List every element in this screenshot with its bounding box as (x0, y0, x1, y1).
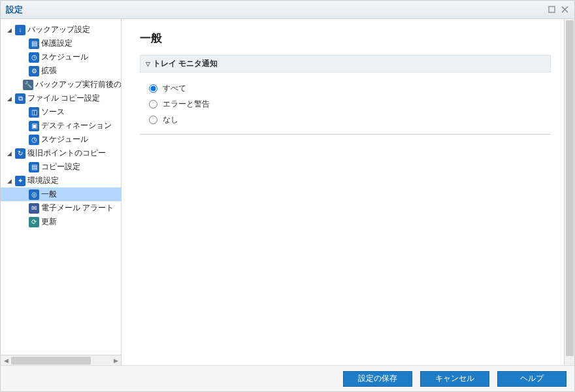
tree-item-protection[interactable]: ▤ 保護設定 (1, 37, 121, 50)
tree-item-updates[interactable]: ⟳ 更新 (1, 215, 121, 229)
chevron-down-icon: ◢ (7, 27, 12, 33)
tree-label: 拡張 (41, 65, 57, 76)
tree-group-filecopy[interactable]: ◢ ⧉ ファイル コピー設定 (1, 91, 121, 105)
tray-notification-group: すべて エラーと警告 なし (149, 80, 551, 127)
radio-option-errors[interactable]: エラーと警告 (149, 96, 551, 112)
chevron-down-icon: ◢ (7, 150, 12, 156)
tree-group-backup[interactable]: ◢ ↓ バックアップ設定 (1, 23, 121, 37)
refresh-icon: ⟳ (29, 217, 39, 227)
nav-tree: ◢ ↓ バックアップ設定 ▤ 保護設定 ◷ スケジュール ⚙ 拡張 (1, 19, 121, 355)
content-v-scrollbar[interactable] (564, 19, 574, 365)
titlebar: 設定 (1, 1, 574, 19)
tree-label: コピー設定 (41, 161, 80, 172)
content-area: 一般 ▽ トレイ モニタ通知 すべて エラーと警告 (122, 19, 574, 365)
scroll-thumb[interactable] (566, 20, 574, 356)
help-button[interactable]: ヘルプ (497, 371, 567, 387)
tree-label: バックアップ実行前後の (35, 79, 121, 90)
restore-icon: ↻ (15, 148, 25, 159)
radio-option-all[interactable]: すべて (149, 80, 551, 96)
tree-label: デスティネーション (41, 120, 112, 131)
tree-item-destination[interactable]: ▣ デスティネーション (1, 119, 121, 133)
download-icon: ↓ (15, 25, 25, 35)
target-icon: ▣ (29, 121, 39, 131)
radio-input[interactable] (149, 116, 157, 124)
tree-item-copysettings[interactable]: ▤ コピー設定 (1, 160, 121, 174)
scroll-track[interactable] (11, 356, 110, 365)
settings-window: 設定 ◢ ↓ バックアップ設定 ▤ 保護設定 (0, 0, 575, 392)
sidebar: ◢ ↓ バックアップ設定 ▤ 保護設定 ◷ スケジュール ⚙ 拡張 (1, 19, 122, 365)
clock-icon: ◷ (29, 135, 39, 145)
section-divider (140, 134, 551, 135)
tree-item-advanced[interactable]: ⚙ 拡張 (1, 64, 121, 78)
close-icon[interactable] (560, 5, 569, 14)
tree-label: 保護設定 (41, 38, 73, 49)
radio-input[interactable] (149, 84, 157, 93)
tree-item-schedule[interactable]: ◷ スケジュール (1, 50, 121, 64)
tree-label: ファイル コピー設定 (27, 93, 100, 104)
radio-label: すべて (163, 83, 186, 94)
tree-label: 復旧ポイントのコピー (27, 148, 106, 159)
tree-item-prepost[interactable]: 🔧 バックアップ実行前後の (1, 78, 121, 91)
scroll-left-icon[interactable]: ◀ (1, 356, 11, 365)
tree-item-fc-schedule[interactable]: ◷ スケジュール (1, 133, 121, 146)
gear-icon: ⚙ (29, 66, 39, 76)
body-area: ◢ ↓ バックアップ設定 ▤ 保護設定 ◷ スケジュール ⚙ 拡張 (1, 19, 574, 365)
tree-label: ソース (41, 106, 65, 118)
copy-icon: ⧉ (15, 93, 25, 104)
clock-icon: ◷ (29, 52, 39, 63)
window-controls (547, 5, 569, 14)
tree-label: 更新 (41, 216, 57, 227)
tree-label: スケジュール (41, 52, 88, 63)
tree-label: 電子メール アラート (41, 203, 114, 214)
chevron-down-icon: ◢ (7, 95, 12, 101)
chevron-down-icon: ◢ (7, 178, 12, 184)
scroll-right-icon[interactable]: ▶ (110, 356, 121, 365)
footer: 設定の保存 キャンセル ヘルプ (1, 365, 574, 391)
radio-label: なし (163, 114, 178, 125)
env-icon: ✦ (15, 176, 25, 186)
tree-item-general[interactable]: ◎ 一般 (1, 188, 121, 201)
source-icon: ◫ (29, 107, 39, 118)
radio-label: エラーと警告 (163, 99, 210, 110)
section-header-tray[interactable]: ▽ トレイ モニタ通知 (140, 55, 551, 73)
tree-label: バックアップ設定 (27, 24, 90, 35)
chevron-down-icon: ▽ (146, 61, 150, 67)
tree-item-emailalerts[interactable]: ✉ 電子メール アラート (1, 201, 121, 215)
section-title: トレイ モニタ通知 (153, 58, 218, 69)
tree-label: 環境設定 (27, 175, 59, 186)
sidebar-h-scrollbar[interactable]: ◀ ▶ (1, 355, 121, 365)
cancel-button[interactable]: キャンセル (420, 371, 489, 387)
scroll-thumb[interactable] (11, 357, 91, 365)
page-title: 一般 (140, 31, 551, 46)
tree-group-recovery[interactable]: ◢ ↻ 復旧ポイントのコピー (1, 146, 121, 160)
tree-item-source[interactable]: ◫ ソース (1, 105, 121, 119)
mail-icon: ✉ (29, 203, 39, 214)
disk-icon: ▤ (29, 162, 39, 172)
save-button[interactable]: 設定の保存 (343, 371, 412, 387)
window-title: 設定 (6, 4, 547, 16)
globe-icon: ◎ (29, 189, 39, 200)
tree-label: スケジュール (41, 134, 88, 145)
tree-label: 一般 (41, 189, 57, 200)
svg-rect-0 (549, 7, 555, 12)
wrench-icon: 🔧 (23, 80, 33, 90)
content-inner: 一般 ▽ トレイ モニタ通知 すべて エラーと警告 (122, 19, 564, 365)
maximize-icon[interactable] (547, 5, 556, 14)
tree-group-preferences[interactable]: ◢ ✦ 環境設定 (1, 174, 121, 188)
radio-input[interactable] (149, 100, 157, 108)
disk-icon: ▤ (29, 39, 39, 49)
radio-option-none[interactable]: なし (149, 112, 551, 127)
